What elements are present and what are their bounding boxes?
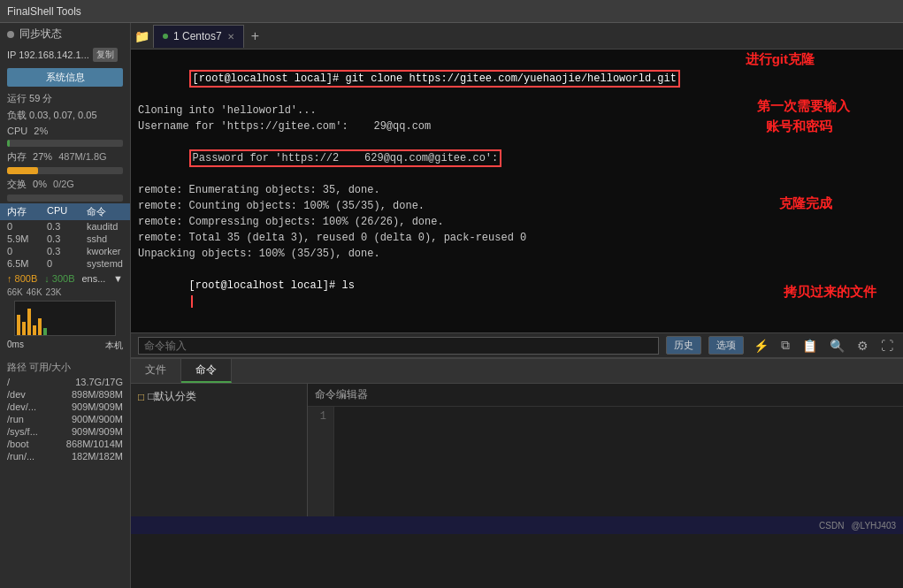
col-cpu: CPU	[47, 205, 83, 218]
traffic-label-right: ▼	[113, 273, 123, 284]
mem-label: 内存	[7, 151, 27, 162]
ip-address: IP 192.168.142.1...	[7, 50, 89, 60]
disk-row: / 13.7G/17G	[7, 376, 123, 388]
editor-content[interactable]	[334, 407, 903, 516]
ip-row: IP 192.168.142.1... 复制	[0, 45, 130, 65]
mem-progress-bar	[7, 167, 123, 174]
swap-detail: 0/2G	[53, 179, 74, 189]
col-cmd: 命令	[87, 205, 123, 218]
cmd-editor: 命令编辑器 1	[308, 384, 903, 516]
tab-centos7[interactable]: 1 Centos7 ✕	[153, 25, 244, 48]
search-button[interactable]: 🔍	[827, 339, 847, 353]
annotation-git-clone: 进行git克隆	[746, 51, 815, 68]
tab-label: 1 Centos7	[173, 30, 222, 42]
annotation-account: 第一次需要输入	[757, 98, 850, 115]
terminal-line: Password for 'https://2 629@qq.com@gitee…	[138, 134, 896, 182]
default-folder[interactable]: □ □默认分类	[138, 387, 300, 406]
ping-label: 0ms	[7, 340, 24, 352]
traffic-up-row: ↑ 800B ↓ 300B ens... ▼	[7, 273, 123, 284]
tab-command[interactable]: 命令	[181, 359, 232, 383]
disk-row: /dev 898M/898M	[7, 388, 123, 401]
disk-section: 路径 可用/大小 / 13.7G/17G /dev 898M/898M /dev…	[0, 357, 130, 466]
load-stat: 负载 0.03, 0.07, 0.05	[0, 107, 130, 124]
options-button[interactable]: 选项	[708, 336, 744, 355]
process-table-header: 内存 CPU 命令	[0, 203, 130, 220]
mem-detail: 487M/1.8G	[58, 151, 106, 162]
traffic-section: ↑ 800B ↓ 300B ens... ▼ 66K 46K 23K 0ms 本	[0, 270, 130, 357]
terminal-line: Unpacking objects: 100% (35/35), done.	[138, 246, 896, 262]
status-text-1: CSDN	[819, 521, 844, 531]
terminal-line: apache-tomcat-7.0.57 app bin etc games h…	[138, 325, 896, 332]
sidebar: 同步状态 IP 192.168.142.1... 复制 系统信息 运行 59 分…	[0, 23, 131, 588]
cpu-value: 2%	[34, 126, 48, 136]
disk-row: /sys/f... 909M/909M	[7, 425, 123, 438]
terminal-line: remote: Total 35 (delta 3), reused 0 (de…	[138, 230, 896, 246]
sync-status-row: 同步状态	[0, 23, 130, 45]
tab-bar: 📁 1 Centos7 ✕ +	[131, 23, 903, 50]
mem-value: 27%	[33, 151, 52, 162]
tab-close-button[interactable]: ✕	[227, 32, 234, 42]
disk-row: /dev/... 909M/909M	[7, 401, 123, 413]
bottom-panel: 文件 命令 □ □默认分类 命令编辑器 1	[131, 357, 903, 516]
traffic-up: ↑ 800B	[7, 273, 37, 284]
line-number-1: 1	[315, 410, 326, 423]
traffic-val-2: 23K	[46, 287, 62, 297]
bottom-content: □ □默认分类 命令编辑器 1	[131, 384, 903, 516]
process-row: 0 0.3 kworker	[0, 245, 130, 257]
tab-file[interactable]: 文件	[131, 359, 181, 383]
disk-header: 路径 可用/大小	[7, 361, 123, 374]
mem-progress-fill	[7, 167, 38, 174]
file-tree: □ □默认分类	[131, 384, 308, 516]
cmd-highlight: [root@localhost local]# git clone https:…	[189, 70, 680, 88]
copy-button[interactable]: ⧉	[778, 338, 792, 353]
lightning-button[interactable]: ⚡	[751, 339, 771, 353]
col-mem: 内存	[7, 205, 43, 218]
process-row: 0 0.3 kauditd	[0, 220, 130, 233]
terminal-line: [root@localhost local]# ls	[138, 262, 896, 325]
cmd-editor-body: 1	[308, 407, 903, 516]
folder-icon-small: □	[138, 391, 144, 403]
title-bar: FinalShell Tools	[0, 0, 903, 23]
traffic-interface: ens...	[82, 273, 106, 284]
terminal-line: remote: Compressing objects: 100% (26/26…	[138, 214, 896, 230]
settings-button[interactable]: ⚙	[854, 339, 871, 353]
cpu-progress-fill	[7, 140, 10, 147]
new-tab-button[interactable]: +	[244, 28, 266, 44]
cpu-stat-label: CPU 2%	[0, 124, 130, 138]
disk-row: /run 900M/900M	[7, 413, 123, 425]
swap-stat-label: 交换 0% 0/2G	[0, 176, 130, 193]
copy-ip-button[interactable]: 复制	[93, 48, 118, 62]
history-button[interactable]: 历史	[666, 336, 701, 355]
cpu-progress-bar	[7, 140, 123, 147]
swap-progress-bar	[7, 195, 123, 202]
tab-status-dot	[163, 34, 168, 39]
expand-button[interactable]: ⛶	[878, 339, 896, 353]
swap-value: 0%	[33, 179, 47, 189]
traffic-down: ↓ 300B	[44, 273, 74, 284]
mem-stat-label: 内存 27% 487M/1.8G	[0, 149, 130, 165]
network-label: 本机	[105, 340, 123, 352]
annotation-file-copy: 拷贝过来的文件	[784, 284, 876, 301]
app-body: 同步状态 IP 192.168.142.1... 复制 系统信息 运行 59 分…	[0, 23, 903, 588]
disk-row: /boot 868M/1014M	[7, 438, 123, 450]
app-title: FinalShell Tools	[7, 5, 81, 18]
process-row: 6.5M 0 systemd	[0, 257, 130, 270]
right-area: 📁 1 Centos7 ✕ + [root@localhost local]# …	[131, 23, 903, 588]
sync-status-label: 同步状态	[19, 27, 62, 42]
paste-button[interactable]: 📋	[800, 339, 820, 353]
annotation-password: 账号和密码	[766, 118, 832, 135]
folder-icon: 📁	[134, 29, 149, 43]
traffic-val-0: 66K	[7, 287, 23, 297]
cmd-input[interactable]	[138, 337, 659, 355]
sys-info-button[interactable]: 系统信息	[7, 68, 123, 87]
default-folder-label: □默认分类	[148, 389, 196, 404]
traffic-graph	[14, 301, 116, 336]
sync-dot	[7, 31, 14, 38]
status-text-2: @LYHJ403	[851, 521, 896, 531]
bottom-tab-bar: 文件 命令	[131, 359, 903, 384]
traffic-val-1: 46K	[27, 287, 42, 297]
terminal-area[interactable]: [root@localhost local]# git clone https:…	[131, 50, 903, 332]
annotation-clone-done: 克隆完成	[779, 195, 832, 212]
password-highlight: Password for 'https://2 629@qq.com@gitee…	[189, 149, 502, 167]
status-bar: CSDN @LYHJ403	[131, 516, 903, 534]
